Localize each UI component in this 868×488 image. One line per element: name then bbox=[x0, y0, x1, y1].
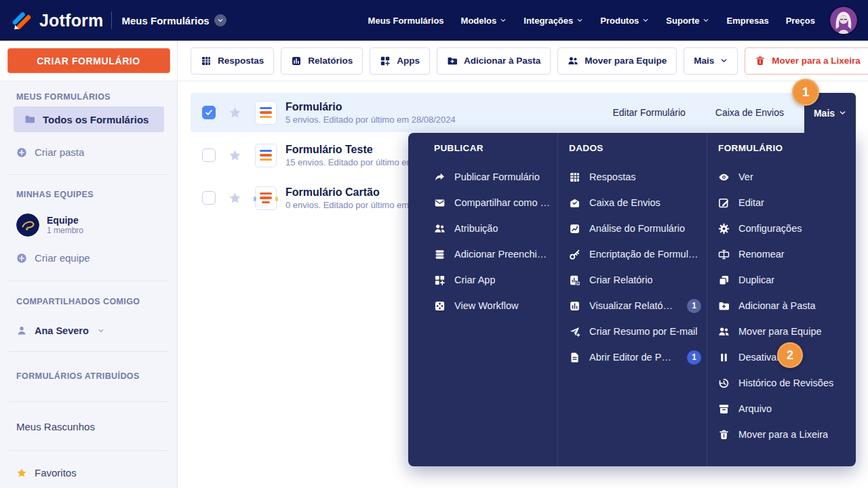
menu-item-duplicar[interactable]: Duplicar bbox=[718, 267, 850, 293]
form-title: Formulário bbox=[285, 100, 456, 114]
shared-user-name: Ana Severo bbox=[35, 325, 89, 336]
menu-item-mover-para-equipe[interactable]: Mover para Equipe bbox=[718, 319, 850, 344]
toolbar-button-adicionar-a-pasta[interactable]: Adicionar à Pasta bbox=[437, 47, 551, 75]
star-icon[interactable] bbox=[229, 149, 241, 162]
team-icon bbox=[568, 56, 578, 66]
menu-item-label: Mover para Equipe bbox=[738, 326, 822, 337]
sidebar-item-drafts[interactable]: Meus Rascunhos bbox=[16, 421, 95, 432]
row-checkbox[interactable] bbox=[202, 191, 216, 205]
menu-column-header: FORMULÁRIO bbox=[718, 142, 850, 155]
trash-icon bbox=[718, 429, 730, 441]
chevron-down-icon bbox=[703, 17, 709, 24]
menu-item-label: Publicar Formulário bbox=[454, 171, 540, 182]
row-checkbox[interactable] bbox=[202, 148, 216, 162]
nav-item-integracoes[interactable]: Integrações bbox=[524, 16, 583, 26]
toolbar-button-respostas[interactable]: Respostas bbox=[191, 47, 274, 75]
form-meta: 15 envios. Editado por último em bbox=[285, 157, 414, 168]
sidebar-item-create-team[interactable]: Criar equipe bbox=[16, 252, 90, 264]
sidebar-item-team[interactable]: Equipe 1 membro bbox=[16, 214, 83, 237]
menu-item-caixa-de-envios[interactable]: Caixa de Envios bbox=[569, 190, 701, 216]
sidebar-item-favorites[interactable]: Favoritos bbox=[16, 467, 77, 479]
menu-item-criar-resumo-por-e-mail[interactable]: Criar Resumo por E-mail bbox=[569, 319, 701, 344]
menu-item-mover-para-a-lixeira[interactable]: Mover para a Lixeira bbox=[718, 422, 850, 447]
sidebar-item-label: Criar pasta bbox=[35, 146, 84, 158]
menu-item-compartilhar-como-mo[interactable]: Compartilhar como Mo... bbox=[434, 190, 552, 216]
row-actions: Editar FormulárioCaixa de Envios bbox=[612, 107, 784, 118]
row-action-editar-formulario[interactable]: Editar Formulário bbox=[612, 107, 685, 118]
toolbar-button-relatorios[interactable]: Relatórios bbox=[281, 47, 363, 75]
nav-item-meus-formularios[interactable]: Meus Formulários bbox=[368, 16, 444, 26]
team-avatar bbox=[16, 214, 39, 237]
menu-item-abrir-editor-de-pdfs[interactable]: Abrir Editor de PDFs1 bbox=[569, 344, 701, 370]
table-icon bbox=[201, 56, 212, 66]
toolbar-button-mover-para-equipe[interactable]: Mover para Equipe bbox=[557, 47, 677, 75]
form-row-formulario[interactable]: Formulário5 envios. Editado por último e… bbox=[191, 93, 856, 132]
toolbar-button-apps[interactable]: Apps bbox=[370, 47, 430, 75]
nav-item-suporte[interactable]: Suporte bbox=[666, 16, 709, 26]
toolbar-button-label: Relatórios bbox=[308, 56, 353, 66]
form-meta: 5 envios. Editado por último em 28/08/20… bbox=[285, 114, 456, 125]
menu-item-ver[interactable]: Ver bbox=[718, 164, 850, 190]
menu-item-criar-app[interactable]: Criar App bbox=[434, 267, 552, 293]
menu-item-label: Visualizar Relatórios bbox=[589, 300, 674, 311]
toolbar-button-label: Mover para Equipe bbox=[585, 56, 667, 66]
page-title-menu[interactable]: Meus Formulários bbox=[121, 14, 226, 26]
chevron-down-icon bbox=[642, 17, 649, 24]
menu-item-adicionar-preenchimento[interactable]: Adicionar Preenchimento bbox=[434, 241, 552, 267]
menu-item-encriptacao-de-formula[interactable]: Encriptação de Formulá... bbox=[569, 241, 701, 267]
jotform-logo[interactable]: Jotform bbox=[0, 8, 103, 33]
team-name: Equipe bbox=[47, 215, 83, 226]
menu-item-configuracoes[interactable]: Configurações bbox=[718, 216, 850, 241]
nav-item-label: Produtos bbox=[600, 16, 639, 26]
share-icon bbox=[434, 171, 446, 183]
toolbar-button-mais[interactable]: Mais bbox=[684, 47, 738, 75]
sidebar-item-shared-user[interactable]: Ana Severo bbox=[16, 325, 104, 336]
star-icon[interactable] bbox=[229, 192, 241, 205]
menu-item-atribuicao[interactable]: Atribuição bbox=[434, 216, 552, 241]
menu-column-dados: DADOSRespostasCaixa de EnviosAnálise do … bbox=[557, 133, 707, 466]
create-form-button[interactable]: CRIAR FORMULÁRIO bbox=[7, 48, 170, 73]
nav-item-label: Modelos bbox=[461, 16, 497, 26]
menu-item-criar-relatorio[interactable]: Criar Relatório bbox=[569, 267, 701, 293]
chevron-down-icon bbox=[839, 109, 846, 117]
envelope-icon bbox=[434, 197, 446, 209]
toolbar-button-label: Respostas bbox=[218, 56, 264, 66]
menu-item-editar[interactable]: Editar bbox=[718, 190, 850, 216]
workflow-icon bbox=[434, 300, 446, 312]
menu-item-label: View Workflow bbox=[454, 300, 519, 311]
folder-plus-icon bbox=[718, 300, 730, 312]
menu-item-historico-de-revisoes[interactable]: Histórico de Revisões bbox=[718, 370, 850, 396]
menu-item-label: Encriptação de Formulá... bbox=[589, 249, 701, 260]
analytics-icon bbox=[569, 223, 580, 235]
row-action-caixa-de-envios[interactable]: Caixa de Envios bbox=[715, 107, 784, 118]
sidebar-item-create-folder[interactable]: Criar pasta bbox=[16, 146, 84, 158]
menu-item-label: Criar Resumo por E-mail bbox=[589, 326, 698, 337]
menu-item-arquivo[interactable]: Arquivo bbox=[718, 396, 850, 422]
menu-item-respostas[interactable]: Respostas bbox=[569, 164, 701, 190]
nav-item-produtos[interactable]: Produtos bbox=[600, 16, 649, 26]
user-avatar[interactable] bbox=[830, 7, 857, 34]
nav-item-precos[interactable]: Preços bbox=[786, 16, 815, 26]
row-text: Formulário Cartão0 envios. Editado por ú… bbox=[285, 186, 416, 211]
menu-item-label: Duplicar bbox=[738, 274, 774, 285]
sidebar-item-all-forms[interactable]: Todos os Formulários bbox=[14, 106, 164, 132]
sidebar-item-label: Favoritos bbox=[35, 467, 77, 479]
menu-item-adicionar-a-pasta[interactable]: Adicionar à Pasta bbox=[718, 293, 850, 319]
nav-item-empresas[interactable]: Empresas bbox=[726, 16, 768, 26]
row-checkbox[interactable] bbox=[202, 106, 216, 119]
menu-item-analise-do-formulario[interactable]: Análise do Formulário bbox=[569, 216, 701, 241]
menu-item-view-workflow[interactable]: View Workflow bbox=[434, 293, 552, 319]
star-icon[interactable] bbox=[229, 106, 241, 119]
toolbar-button-mover-para-a-lixeira[interactable]: Mover para a Lixeira bbox=[745, 47, 868, 75]
history-icon bbox=[718, 378, 730, 389]
menu-column-header: DADOS bbox=[569, 142, 701, 155]
chevron-down-icon bbox=[576, 17, 583, 24]
menu-item-visualizar-relatorios[interactable]: Visualizar Relatórios1 bbox=[569, 293, 701, 319]
bar-chart-icon bbox=[291, 56, 302, 66]
menu-item-renomear[interactable]: Renomear bbox=[718, 241, 850, 267]
chevron-down-icon bbox=[214, 14, 226, 26]
chevron-down-icon bbox=[720, 57, 728, 64]
nav-item-modelos[interactable]: Modelos bbox=[461, 16, 507, 26]
menu-item-label: Atribuição bbox=[454, 223, 498, 234]
menu-item-publicar-formulario[interactable]: Publicar Formulário bbox=[434, 164, 552, 190]
